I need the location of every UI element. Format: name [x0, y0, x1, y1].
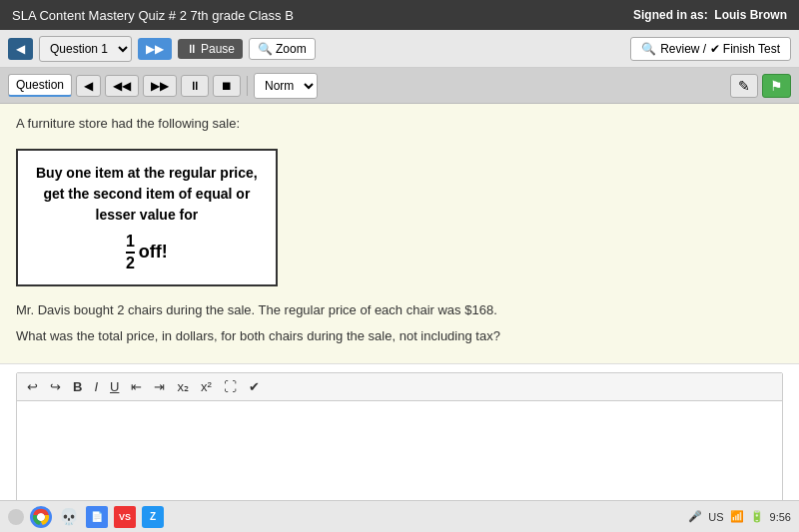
- sale-text-lines: Buy one item at the regular price, get t…: [36, 163, 258, 226]
- indent-right-button[interactable]: ⇥: [150, 377, 169, 396]
- toolbar-next-next[interactable]: ▶▶: [143, 75, 177, 97]
- clock: 9:56: [770, 511, 791, 523]
- taskbar-circle: [8, 509, 24, 525]
- chrome-icon[interactable]: [30, 506, 52, 528]
- battery-icon: 🔋: [750, 510, 764, 523]
- signed-in-label: Signed in as: Louis Brown: [633, 8, 787, 22]
- question-dropdown[interactable]: Question 1 Question 2: [39, 36, 132, 62]
- fraction-display: 1 2 off!: [36, 232, 258, 272]
- taskbar-right: 🎤 US 📶 🔋 9:56: [688, 510, 791, 523]
- question-content: A furniture store had the following sale…: [0, 104, 799, 364]
- vs-icon[interactable]: VS: [114, 506, 136, 528]
- toolbar-prev-prev[interactable]: ◀◀: [105, 75, 139, 97]
- content-wrapper: A furniture store had the following sale…: [0, 104, 799, 500]
- toolbar-divider: [247, 76, 248, 96]
- edit-button[interactable]: ✎: [730, 74, 758, 98]
- intro-text: A furniture store had the following sale…: [16, 116, 783, 131]
- nav-bar: ◀ Question 1 Question 2 ▶▶ ⏸ Pause 🔍 Zoo…: [0, 30, 799, 68]
- underline-button[interactable]: U: [106, 377, 123, 396]
- question-tab[interactable]: Question: [8, 74, 72, 97]
- sale-line1: Buy one item at the regular price,: [36, 163, 258, 184]
- toolbar-prev[interactable]: ◀: [76, 75, 101, 97]
- next-icon: ▶▶: [146, 42, 164, 56]
- pause-button[interactable]: ⏸ Pause: [178, 39, 243, 59]
- check-button[interactable]: ✔: [245, 377, 264, 396]
- fraction: 1 2: [126, 232, 135, 272]
- prev-button[interactable]: ◀: [8, 38, 33, 60]
- zoom-search-icon: 🔍: [258, 42, 273, 56]
- undo-button[interactable]: ↩: [23, 377, 42, 396]
- indent-left-button[interactable]: ⇤: [127, 377, 146, 396]
- toolbar-pause[interactable]: ⏸: [181, 75, 209, 97]
- next-button[interactable]: ▶▶: [138, 38, 172, 60]
- fraction-denominator: 2: [126, 254, 135, 272]
- pause-label: Pause: [201, 42, 235, 56]
- docs-icon[interactable]: 📄: [86, 506, 108, 528]
- svg-point-0: [37, 513, 45, 521]
- nav-right: 🔍 Review / ✔ Finish Test: [630, 37, 791, 61]
- fraction-numerator: 1: [126, 232, 135, 254]
- sale-line3: lesser value for: [36, 205, 258, 226]
- norm-select[interactable]: Norm: [254, 73, 318, 99]
- off-text: off!: [139, 242, 168, 263]
- answer-editor-toolbar: ↩ ↪ B I U ⇤ ⇥ x₂ x² ⛶ ✔: [17, 373, 782, 401]
- subscript-button[interactable]: x₂: [173, 377, 193, 396]
- review-label: Review / ✔ Finish Test: [660, 42, 780, 56]
- flag-button[interactable]: ⚑: [762, 74, 791, 98]
- signed-in-text: Signed in as:: [633, 8, 708, 22]
- prev-icon: ◀: [16, 42, 25, 56]
- zoom-app-icon[interactable]: Z: [142, 506, 164, 528]
- zoom-button[interactable]: 🔍 Zoom: [249, 38, 316, 60]
- user-name: Louis Brown: [714, 8, 787, 22]
- toolbar-right: ✎ ⚑: [730, 74, 791, 98]
- problem-text-1: Mr. Davis bought 2 chairs during the sal…: [16, 300, 783, 320]
- wifi-icon: 📶: [730, 510, 744, 523]
- sale-line2: get the second item of equal or: [36, 184, 258, 205]
- review-search-icon: 🔍: [641, 42, 656, 56]
- taskbar: 💀 📄 VS Z 🎤 US 📶 🔋 9:56: [0, 500, 799, 532]
- sale-advertisement: Buy one item at the regular price, get t…: [16, 149, 278, 286]
- review-finish-button[interactable]: 🔍 Review / ✔ Finish Test: [630, 37, 791, 61]
- problem-text-2: What was the total price, in dollars, fo…: [16, 326, 783, 346]
- question-selector[interactable]: Question 1 Question 2: [39, 36, 132, 62]
- mic-icon: 🎤: [688, 510, 702, 523]
- answer-editor[interactable]: [17, 401, 782, 500]
- answer-area: ↩ ↪ B I U ⇤ ⇥ x₂ x² ⛶ ✔: [16, 372, 783, 500]
- superscript-button[interactable]: x²: [197, 377, 216, 396]
- zoom-label: Zoom: [276, 42, 307, 56]
- skull-icon[interactable]: 💀: [58, 506, 80, 528]
- toolbar-stop[interactable]: ⏹: [213, 75, 241, 97]
- pause-icon: ⏸: [186, 42, 198, 56]
- app-title: SLA Content Mastery Quiz # 2 7th grade C…: [12, 8, 294, 23]
- question-toolbar: Question ◀ ◀◀ ▶▶ ⏸ ⏹ Norm ✎ ⚑: [0, 68, 799, 104]
- region-label: US: [708, 511, 723, 523]
- expand-button[interactable]: ⛶: [220, 377, 241, 396]
- bold-button[interactable]: B: [69, 377, 86, 396]
- redo-button[interactable]: ↪: [46, 377, 65, 396]
- app-header: SLA Content Mastery Quiz # 2 7th grade C…: [0, 0, 799, 30]
- italic-button[interactable]: I: [90, 377, 102, 396]
